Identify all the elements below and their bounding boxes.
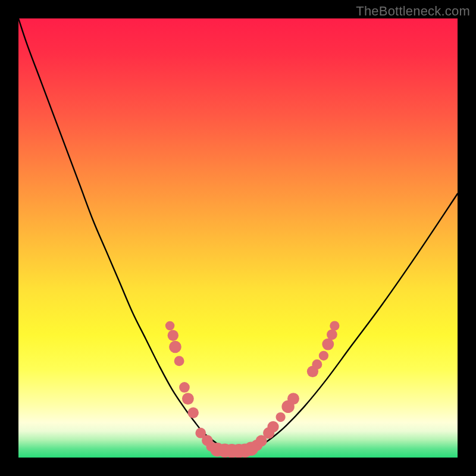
highlight-dot [322,339,334,350]
highlight-dot [182,393,194,405]
highlight-dot [330,321,339,330]
highlight-dot [275,412,285,422]
watermark-text: TheBottleneck.com [356,4,470,19]
highlight-dot [168,330,178,341]
highlight-dot [174,356,184,366]
chart-frame: TheBottleneck.com [0,0,476,476]
highlight-dot [169,341,181,353]
highlight-dot [319,351,328,361]
curve-layer [18,18,458,458]
highlight-dot [267,421,278,433]
bottleneck-curve [18,18,458,450]
highlight-dots [165,321,340,458]
highlight-dot [165,321,175,331]
plot-area [18,18,458,458]
highlight-dot [188,408,199,418]
highlight-dot [312,359,322,369]
highlight-dot [179,382,190,393]
highlight-dot [287,393,299,405]
highlight-dot [327,330,337,340]
